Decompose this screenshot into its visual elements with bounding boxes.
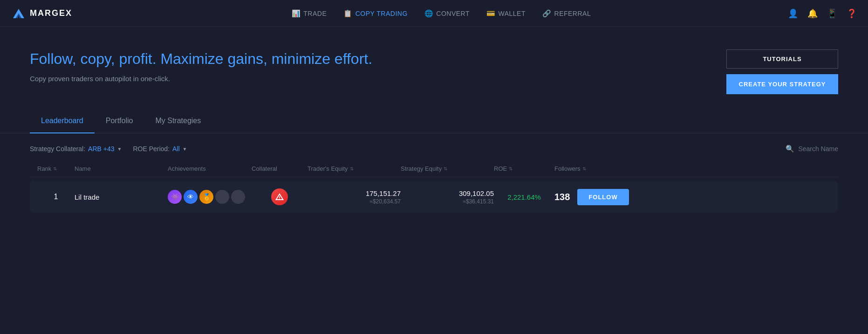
logo-text: MARGEX <box>30 8 72 18</box>
col-collateral: Collateral <box>252 165 308 172</box>
tab-leaderboard[interactable]: Leaderboard <box>30 109 95 133</box>
hero-text: Follow, copy, profit. Maximize gains, mi… <box>30 49 372 83</box>
followers-sort-icon[interactable]: ⇅ <box>582 166 586 171</box>
nav-convert[interactable]: 🌐 CONVERT <box>424 9 470 18</box>
achievement-badge-1: 👾 <box>168 190 182 204</box>
col-roe: ROE ⇅ <box>494 165 554 172</box>
rank-cell: 1 <box>37 193 75 201</box>
filters-container: Strategy Collateral: ARB +43 ▼ ROE Perio… <box>0 133 868 160</box>
followers-follow-cell: 138 FOLLOW <box>554 189 624 205</box>
strategy-equity-sort-icon[interactable]: ⇅ <box>444 166 447 171</box>
roe-sort-icon[interactable]: ⇅ <box>509 166 513 171</box>
trader-equity-sort-icon[interactable]: ⇅ <box>350 166 354 171</box>
notifications-icon-button[interactable]: 🔔 <box>807 8 818 19</box>
followers-count: 138 <box>554 192 570 202</box>
hero-subtitle: Copy proven traders on autopilot in one-… <box>30 75 372 83</box>
roe-arrow-icon: ▼ <box>183 146 187 152</box>
achievement-badge-5 <box>231 190 245 204</box>
hero-section: Follow, copy, profit. Maximize gains, mi… <box>0 27 868 109</box>
roe-period-filter[interactable]: ROE Period: All ▼ <box>133 145 187 153</box>
achievement-badge-3: 🏅 <box>199 190 213 204</box>
nav-referral[interactable]: 🔗 REFERRAL <box>542 9 591 18</box>
nav-copy-trading[interactable]: 📋 COPY TRADING <box>343 9 408 18</box>
achievement-badge-2: 👁 <box>184 190 198 204</box>
navbar: MARGEX 📊 TRADE 📋 COPY TRADING 🌐 CONVERT … <box>0 0 868 27</box>
hero-headline-plain: Follow, copy, profit. <box>30 50 160 67</box>
strategy-equity-main: 309,102.05 <box>401 189 494 197</box>
hero-headline: Follow, copy, profit. Maximize gains, mi… <box>30 49 372 69</box>
collateral-icon <box>271 188 288 205</box>
tabs-container: Leaderboard Portfolio My Strategies <box>0 109 868 133</box>
nav-right-icons: 👤 🔔 📱 ❓ <box>788 8 857 19</box>
col-strategy-equity: Strategy Equity ⇅ <box>401 165 494 172</box>
search-placeholder: Search Name <box>798 145 838 153</box>
roe-label: ROE Period: <box>133 145 170 153</box>
nav-wallet[interactable]: 💳 WALLET <box>486 9 526 18</box>
filters-left: Strategy Collateral: ARB +43 ▼ ROE Perio… <box>30 145 187 153</box>
mobile-icon-button[interactable]: 📱 <box>827 8 837 19</box>
svg-point-4 <box>279 199 280 200</box>
trader-equity-cell: 175,151.27 ≈$20,634.57 <box>308 189 401 205</box>
hero-headline-accent: Maximize gains, minimize effort. <box>160 50 372 67</box>
col-name: Name <box>75 165 168 172</box>
copy-trading-icon: 📋 <box>343 9 353 18</box>
leaderboard-table: Rank ⇅ Name Achievements Collateral Trad… <box>0 160 868 213</box>
collateral-arrow-icon: ▼ <box>117 146 122 152</box>
col-achievements: Achievements <box>168 165 252 172</box>
tab-my-strategies[interactable]: My Strategies <box>144 109 212 133</box>
wallet-icon: 💳 <box>486 9 496 18</box>
trader-equity-sub: ≈$20,634.57 <box>308 198 401 205</box>
col-trader-equity: Trader's Equity ⇅ <box>308 165 401 172</box>
col-rank: Rank ⇅ <box>37 165 75 172</box>
tab-portfolio[interactable]: Portfolio <box>95 109 144 133</box>
collateral-value: ARB +43 <box>88 145 114 153</box>
logo[interactable]: MARGEX <box>11 6 72 21</box>
trader-equity-main: 175,151.27 <box>308 189 401 197</box>
collateral-cell <box>252 188 308 205</box>
hero-buttons: TUTORIALS CREATE YOUR STRATEGY <box>726 49 838 94</box>
table-header: Rank ⇅ Name Achievements Collateral Trad… <box>30 160 838 177</box>
achievement-badge-4 <box>215 190 229 204</box>
trade-icon: 📊 <box>292 9 301 18</box>
convert-icon: 🌐 <box>424 9 434 18</box>
profile-icon-button[interactable]: 👤 <box>788 8 798 19</box>
trader-name: Lil trade <box>75 193 168 201</box>
rank-sort-icon[interactable]: ⇅ <box>53 166 57 171</box>
help-icon-button[interactable]: ❓ <box>847 8 857 19</box>
roe-value: All <box>172 145 180 153</box>
tutorials-button[interactable]: TUTORIALS <box>726 49 838 69</box>
col-followers: Followers ⇅ <box>554 165 624 172</box>
table-row: 1 Lil trade 👾 👁 🏅 175,151.27 ≈$20,634.57… <box>30 181 838 213</box>
referral-icon: 🔗 <box>542 9 552 18</box>
nav-links: 📊 TRADE 📋 COPY TRADING 🌐 CONVERT 💳 WALLE… <box>95 9 788 18</box>
collateral-filter[interactable]: Strategy Collateral: ARB +43 ▼ <box>30 145 122 153</box>
collateral-label: Strategy Collateral: <box>30 145 85 153</box>
search-icon: 🔍 <box>786 145 794 153</box>
follow-button[interactable]: FOLLOW <box>577 189 629 205</box>
achievements-cell: 👾 👁 🏅 <box>168 190 252 204</box>
nav-trade[interactable]: 📊 TRADE <box>292 9 327 18</box>
roe-cell: 2,221.64% <box>494 193 554 201</box>
search-box[interactable]: 🔍 Search Name <box>786 145 838 153</box>
strategy-equity-sub: ≈$36,415.31 <box>401 198 494 205</box>
create-strategy-button[interactable]: CREATE YOUR STRATEGY <box>726 74 838 94</box>
strategy-equity-cell: 309,102.05 ≈$36,415.31 <box>401 189 494 205</box>
